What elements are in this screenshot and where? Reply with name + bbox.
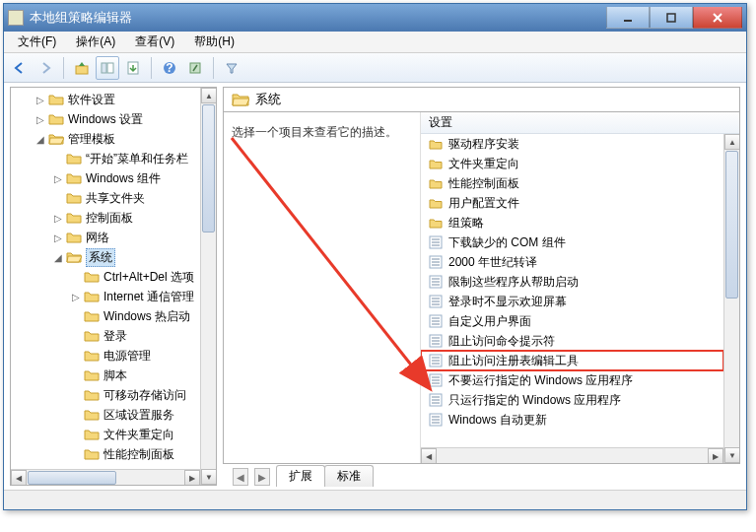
tree-item[interactable]: ▷软件设置 [11,90,200,109]
menu-file[interactable]: 文件(F) [8,31,66,53]
tree-item-label: Internet 通信管理 [103,289,194,305]
tree-item[interactable]: Windows 热启动 [11,306,200,326]
expand-icon[interactable] [70,350,82,362]
close-button[interactable] [693,7,742,29]
list-item[interactable]: 只运行指定的 Windows 应用程序 [421,390,723,410]
expand-icon[interactable]: ▷ [70,291,82,302]
show-tree-button[interactable] [96,56,119,80]
list-item[interactable]: 驱动程序安装 [421,134,723,154]
list-item[interactable]: 限制这些程序从帮助启动 [421,272,723,292]
tree-item[interactable]: 登录 [11,326,200,346]
list-item-label: 2000 年世纪转译 [448,254,537,271]
tab-scroll-right[interactable]: ▶ [254,468,270,486]
expand-icon[interactable]: ▷ [34,94,46,105]
tree-item[interactable]: 可移动存储访问 [11,385,200,405]
scroll-right-icon[interactable]: ▶ [184,470,200,486]
expand-icon[interactable]: ◢ [34,133,46,145]
forward-button[interactable] [34,56,57,80]
scroll-thumb[interactable] [28,471,116,485]
scroll-up-icon[interactable]: ▲ [724,134,739,150]
tree-item[interactable]: 性能控制面板 [11,444,200,464]
scroll-thumb[interactable] [202,104,215,233]
menu-help[interactable]: 帮助(H) [184,31,244,53]
expand-icon[interactable] [70,310,82,322]
expand-icon[interactable] [70,330,82,342]
tab-scroll-left[interactable]: ◀ [233,468,248,486]
list-item[interactable]: 组策略 [421,213,723,233]
back-button[interactable] [8,56,32,80]
list-item-label: Windows 自动更新 [448,412,547,429]
properties-button[interactable] [183,56,207,80]
tree-scroll-h[interactable]: ◀ ▶ [11,469,200,485]
minimize-button[interactable] [606,7,650,29]
list-item[interactable]: 不要运行指定的 Windows 应用程序 [421,370,723,390]
scroll-right-icon[interactable]: ▶ [708,448,723,463]
export-list-button[interactable] [121,56,145,80]
right-pane: 系统 选择一个项目来查看它的描述。 设置 驱动程序安装文件夹重定向性能控制面板用… [223,87,740,486]
expand-icon[interactable]: ▷ [34,113,46,125]
tree-item[interactable]: ▷Windows 组件 [11,168,200,188]
tree-item[interactable]: ◢管理模板 [11,129,200,149]
list-item[interactable]: 文件夹重定向 [421,154,723,173]
tree-item-label: 可移动存储访问 [103,387,186,404]
up-folder-button[interactable] [70,56,94,80]
tree-item-label: Ctrl+Alt+Del 选项 [103,269,194,286]
tree-item[interactable]: ▷网络 [11,228,200,247]
maximize-button[interactable] [650,7,693,29]
list-item[interactable]: 登录时不显示欢迎屏幕 [421,292,723,311]
window: 本地组策略编辑器 文件(F) 操作(A) 查看(V) 帮助(H) ? ▷软件设置… [3,3,747,510]
expand-icon[interactable] [52,192,64,204]
expand-icon[interactable] [70,448,82,460]
tree-item[interactable]: ▷Windows 设置 [11,109,200,129]
expand-icon[interactable] [70,409,82,421]
help-button[interactable]: ? [158,56,181,80]
tree-item[interactable]: ▷Internet 通信管理 [11,287,200,306]
expand-icon[interactable]: ◢ [52,251,64,263]
tree-item[interactable]: ◢系统 [11,247,200,267]
tree-item-label: 区域设置服务 [103,407,174,424]
scroll-down-icon[interactable]: ▼ [201,469,217,485]
expand-icon[interactable]: ▷ [52,172,64,184]
list-item[interactable]: 2000 年世纪转译 [421,252,723,272]
tree-item[interactable]: 共享文件夹 [11,188,200,208]
tree-item[interactable]: “开始”菜单和任务栏 [11,149,200,168]
filter-button[interactable] [220,56,243,80]
list-header-settings[interactable]: 设置 [421,112,739,134]
tree-scroll-v[interactable]: ▲ ▼ [200,88,216,485]
svg-rect-5 [102,63,106,73]
expand-icon[interactable] [70,271,82,283]
tree-item[interactable]: 脚本 [11,366,200,385]
list-item[interactable]: 阻止访问注册表编辑工具 [421,351,723,370]
tab-standard[interactable]: 标准 [324,465,374,487]
scroll-up-icon[interactable]: ▲ [201,88,217,103]
list-scroll-v[interactable]: ▲ ▼ [723,134,739,463]
scroll-left-icon[interactable]: ◀ [11,470,27,486]
list-body[interactable]: 驱动程序安装文件夹重定向性能控制面板用户配置文件组策略下载缺少的 COM 组件2… [421,134,723,447]
list-item[interactable]: 性能控制面板 [421,173,723,193]
list-item[interactable]: 用户配置文件 [421,193,723,213]
svg-text:?: ? [166,61,172,75]
tree-item[interactable]: 电源管理 [11,346,200,366]
tab-extended[interactable]: 扩展 [276,465,325,487]
tree-item[interactable]: Ctrl+Alt+Del 选项 [11,267,200,287]
scroll-thumb[interactable] [725,151,738,299]
expand-icon[interactable] [70,369,82,381]
menu-action[interactable]: 操作(A) [66,31,125,53]
tree-item[interactable]: 区域设置服务 [11,405,200,425]
scroll-left-icon[interactable]: ◀ [421,448,437,463]
expand-icon[interactable]: ▷ [52,212,64,224]
expand-icon[interactable] [70,429,82,440]
list-scroll-h[interactable]: ◀ ▶ [421,447,723,463]
tree-item[interactable]: 文件夹重定向 [11,425,200,444]
tree-view[interactable]: ▷软件设置▷Windows 设置◢管理模板“开始”菜单和任务栏▷Windows … [11,88,200,466]
tree-item[interactable]: ▷控制面板 [11,208,200,228]
list-item[interactable]: 下载缺少的 COM 组件 [421,233,723,252]
scroll-down-icon[interactable]: ▼ [724,447,739,463]
expand-icon[interactable] [70,389,82,401]
list-item[interactable]: Windows 自动更新 [421,410,723,430]
expand-icon[interactable]: ▷ [52,232,64,243]
menu-view[interactable]: 查看(V) [125,31,184,53]
expand-icon[interactable] [52,153,64,165]
list-item[interactable]: 自定义用户界面 [421,311,723,331]
list-item[interactable]: 阻止访问命令提示符 [421,331,723,351]
